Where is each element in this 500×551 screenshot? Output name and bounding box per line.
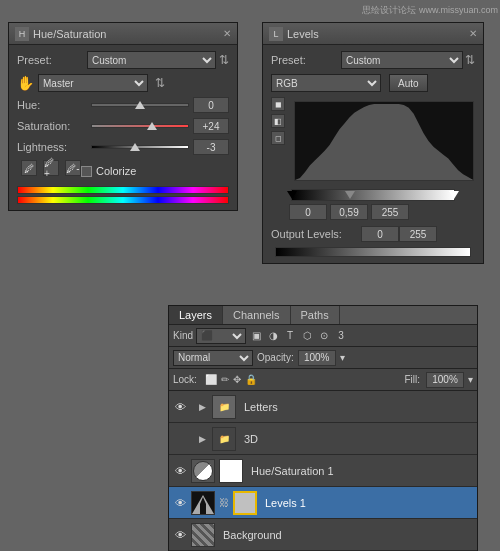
output-levels-label: Output Levels:: [271, 228, 361, 240]
hue-label: Hue:: [17, 99, 87, 111]
hue-row: Hue:: [17, 97, 229, 113]
folder-arrow-letters[interactable]: ▶: [199, 402, 206, 412]
eye-icon-background[interactable]: 👁: [173, 528, 187, 542]
lock-transparent-icon[interactable]: ⬜: [205, 374, 217, 385]
preset-select[interactable]: Custom: [87, 51, 216, 69]
layers-kind-toolbar: Kind ⬛ ▣ ◑ T ⬡ ⊙ 3: [169, 325, 477, 347]
levels-title: L Levels: [269, 27, 319, 41]
fill-arrow[interactable]: ▾: [468, 374, 473, 385]
lightness-thumb[interactable]: [130, 143, 140, 151]
hue-sat-title: H Hue/Saturation: [15, 27, 106, 41]
lock-all-icon[interactable]: 🔒: [245, 374, 257, 385]
layer-name-huesat[interactable]: Hue/Saturation 1: [247, 465, 473, 477]
input-low-field[interactable]: [289, 204, 327, 220]
rainbow-bar-top: [17, 186, 229, 194]
histogram-section: ◼ ◧ ◻: [271, 97, 475, 185]
saturation-track: [91, 124, 189, 128]
lock-position-icon[interactable]: ✥: [233, 374, 241, 385]
chain-icon-levels: ⛓: [219, 497, 229, 508]
white-input-thumb[interactable]: [449, 191, 459, 199]
layer-row-letters: 👁 ▶ 📁 Letters: [169, 391, 477, 423]
kind-label: Kind: [173, 330, 193, 341]
levels-icon: L: [269, 27, 283, 41]
layer-name-levels[interactable]: Levels 1: [261, 497, 473, 509]
filter-shape-icon[interactable]: ⬡: [300, 329, 314, 343]
colorize-row: 🖉 🖉+ 🖉- Colorize: [21, 160, 229, 182]
fill-label: Fill:: [404, 374, 420, 385]
levels-preset-arrow: ⇅: [465, 53, 475, 67]
colorize-checkbox[interactable]: [81, 166, 92, 177]
tab-paths[interactable]: Paths: [291, 306, 340, 324]
hue-sat-header: H Hue/Saturation ✕: [9, 23, 237, 45]
input-high-field[interactable]: [371, 204, 409, 220]
preset-label: Preset:: [17, 54, 87, 66]
levels-close-icon[interactable]: ✕: [469, 28, 477, 39]
input-mid-field[interactable]: [330, 204, 368, 220]
kind-select[interactable]: ⬛: [196, 328, 246, 344]
blend-mode-select[interactable]: Normal: [173, 350, 253, 366]
input-levels-slider[interactable]: [291, 189, 455, 201]
fill-input[interactable]: [426, 372, 464, 388]
lightness-slider[interactable]: [91, 140, 189, 154]
colorize-label: Colorize: [96, 165, 136, 177]
hue-thumb[interactable]: [135, 101, 145, 109]
opacity-arrow[interactable]: ▾: [340, 352, 345, 363]
levels-auto-button[interactable]: Auto: [389, 74, 428, 92]
hue-sat-content: Preset: Custom ⇅ ✋ Master ⇅ Hue: Satura: [9, 45, 237, 210]
lock-label: Lock:: [173, 374, 201, 385]
hue-value-input[interactable]: [193, 97, 229, 113]
layers-tabs: Layers Channels Paths: [169, 306, 477, 325]
eyedropper-icon[interactable]: 🖉: [21, 160, 37, 176]
hand-tool-icon[interactable]: ✋: [17, 75, 34, 91]
layer-name-background[interactable]: Background: [219, 529, 473, 541]
hue-sat-icon: H: [15, 27, 29, 41]
lightness-label: Lightness:: [17, 141, 87, 153]
output-low-field[interactable]: [361, 226, 399, 242]
eye-icon-levels[interactable]: 👁: [173, 496, 187, 510]
levels-title-text: Levels: [287, 28, 319, 40]
black-input-thumb[interactable]: [287, 191, 297, 199]
black-point-icon[interactable]: ◼: [271, 97, 285, 111]
lightness-value-input[interactable]: [193, 139, 229, 155]
rainbow-bar-bottom: [17, 196, 229, 204]
folder-arrow-3d[interactable]: ▶: [199, 434, 206, 444]
lightness-row: Lightness:: [17, 139, 229, 155]
eyedropper-plus-icon[interactable]: 🖉+: [43, 160, 59, 176]
white-point-icon[interactable]: ◻: [271, 131, 285, 145]
watermark: 思绘设计论坛 www.missyuan.com: [362, 4, 498, 17]
levels-preset-select[interactable]: Custom: [341, 51, 463, 69]
filter-smart-icon[interactable]: ⊙: [317, 329, 331, 343]
eye-icon-letters[interactable]: 👁: [173, 400, 187, 414]
saturation-value-input[interactable]: [193, 118, 229, 134]
filter-type-icon[interactable]: T: [283, 329, 297, 343]
blend-opacity-row: Normal Opacity: ▾: [169, 347, 477, 369]
hue-slider[interactable]: [91, 98, 189, 112]
filter-adjust-icon[interactable]: ◑: [266, 329, 280, 343]
lock-paint-icon[interactable]: ✏: [221, 374, 229, 385]
output-high-field[interactable]: [399, 226, 437, 242]
gray-point-icon[interactable]: ◧: [271, 114, 285, 128]
layer-name-3d[interactable]: 3D: [240, 433, 473, 445]
eye-icon-huesat[interactable]: 👁: [173, 464, 187, 478]
huesat-adjust-icon: [193, 461, 213, 481]
layer-name-letters[interactable]: Letters: [240, 401, 473, 413]
output-levels-slider[interactable]: [275, 247, 471, 257]
levels-tool-icons: ◼ ◧ ◻: [271, 97, 285, 185]
saturation-slider[interactable]: [91, 119, 189, 133]
master-select[interactable]: Master: [38, 74, 148, 92]
hue-sat-close-icon[interactable]: ✕: [223, 28, 231, 39]
mid-input-thumb[interactable]: [345, 191, 355, 199]
tab-layers[interactable]: Layers: [169, 306, 223, 324]
eyedropper-minus-icon[interactable]: 🖉-: [65, 160, 81, 176]
levels-channel-select[interactable]: RGB: [271, 74, 381, 92]
saturation-thumb[interactable]: [147, 122, 157, 130]
filter-3d-icon[interactable]: 3: [334, 329, 348, 343]
filter-pixel-icon[interactable]: ▣: [249, 329, 263, 343]
layer-thumb-background: [191, 523, 215, 547]
levels-channel-row: RGB Auto: [271, 74, 475, 92]
histogram-svg: [295, 102, 473, 180]
tab-channels[interactable]: Channels: [223, 306, 290, 324]
opacity-input[interactable]: [298, 350, 336, 366]
levels-content: Preset: Custom ⇅ RGB Auto ◼ ◧ ◻: [263, 45, 483, 263]
levels-preset-label: Preset:: [271, 54, 341, 66]
